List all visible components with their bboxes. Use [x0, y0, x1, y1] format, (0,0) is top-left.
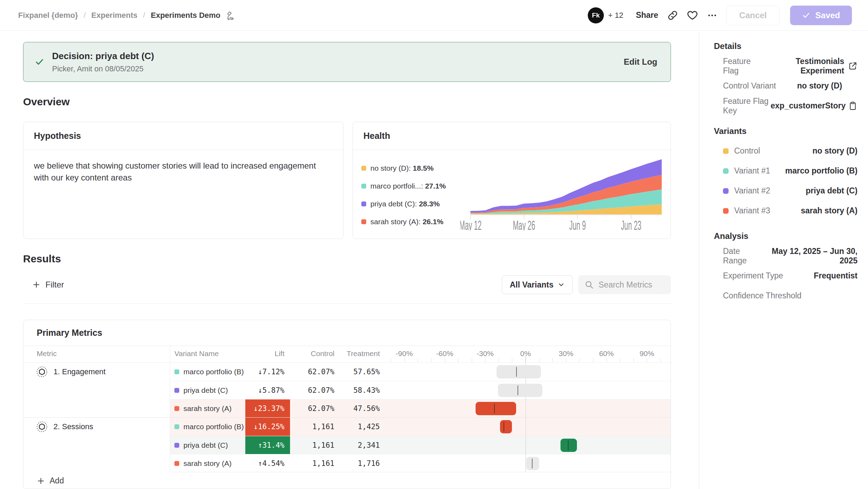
external-link-icon[interactable] [844, 61, 858, 71]
axis-minor-tick [458, 358, 458, 362]
metric-name: 1. Engagement [53, 366, 106, 378]
edit-log-button[interactable]: Edit Log [624, 57, 657, 67]
axis-minor-tick [552, 358, 553, 362]
primary-metrics-header: Primary Metrics [23, 320, 671, 346]
variant-swatch [174, 388, 179, 393]
sidebar-row-value: sarah story (A) [801, 206, 858, 215]
axis-minor-tick [593, 358, 593, 362]
sidebar-row-label: Experiment Type [723, 271, 783, 281]
axis-tick-label: 30% [559, 349, 573, 358]
legend-swatch [361, 184, 366, 189]
add-filter-button[interactable]: Filter [23, 280, 64, 290]
app: Fixpanel {demo} / Experiments / Experime… [0, 0, 868, 489]
axis-zero-tick [526, 356, 526, 362]
treatment-value: 47.56% [334, 404, 380, 413]
variant-swatch [723, 168, 729, 174]
variant-swatch [174, 461, 179, 466]
lift-value: ↓7.12% [245, 363, 290, 381]
mean-lift-marker [504, 422, 504, 432]
variant-row[interactable]: sarah story (A)↓23.37%62.07%47.56% [170, 399, 671, 417]
health-card-body: no story (D): 18.5%marco portfoli...: 27… [353, 150, 671, 234]
avatar[interactable]: Fk [588, 7, 604, 23]
breadcrumb-project[interactable]: Fixpanel {demo} [18, 11, 78, 20]
metric-cell[interactable]: 2. Sessions [23, 418, 170, 472]
breadcrumb-experiments[interactable]: Experiments [91, 11, 137, 20]
variants-dropdown[interactable]: All Variants [502, 275, 573, 294]
sidebar-row-label: Variant #1 [734, 166, 770, 176]
more-options-icon[interactable] [707, 10, 717, 21]
variant-name: marco portfolio (B) [183, 423, 244, 431]
sidebar-row-label: Feature Flag [723, 57, 762, 76]
sidebar-row: Feature FlagTestimonials Experiment [714, 56, 858, 76]
breadcrumb: Fixpanel {demo} / Experiments / Experime… [18, 11, 235, 20]
axis-minor-tick [445, 358, 445, 362]
axis-minor-tick [404, 358, 405, 362]
metric-name: 2. Sessions [53, 421, 93, 433]
axis-minor-tick [647, 358, 647, 362]
details-sidebar: DetailsFeature FlagTestimonials Experime… [699, 31, 868, 489]
overview-cards: Hypothesis we believe that showing custo… [23, 122, 671, 239]
lift-value: ↑4.54% [245, 454, 290, 472]
sidebar-row: Variant #2priya debt (C) [714, 181, 858, 201]
lift-value: ↓5.87% [245, 381, 290, 399]
search-metrics-input[interactable] [599, 280, 661, 290]
add-metric-button[interactable]: Add [37, 476, 64, 486]
variant-row[interactable]: priya debt (C)↓5.87%62.07%58.43% [170, 381, 671, 399]
confidence-interval-bar [500, 420, 512, 433]
hypothesis-card: Hypothesis we believe that showing custo… [23, 122, 343, 239]
confidence-interval-area [384, 381, 667, 399]
variant-cell: priya debt (C) [170, 441, 245, 449]
cancel-button[interactable]: Cancel [726, 6, 780, 25]
sidebar-row-label: Variant #3 [734, 206, 770, 215]
external-link-icon[interactable] [848, 61, 858, 71]
confidence-interval-bar [498, 384, 542, 397]
col-lift: Lift [245, 349, 290, 362]
sidebar-row: Confidence Threshold [714, 286, 858, 306]
clipboard-icon[interactable] [848, 101, 858, 111]
control-value: 1,161 [290, 423, 334, 431]
share-button[interactable]: Share [636, 10, 658, 20]
decision-banner: Decision: priya debt (C) Picker, Amit on… [23, 42, 671, 82]
health-legend-item: marco portfoli...: 27.1% [361, 182, 460, 190]
health-legend-item: priya debt (C): 28.3% [361, 200, 460, 208]
treatment-value: 1,716 [334, 459, 380, 468]
control-value: 1,161 [290, 441, 334, 449]
table-body: 1. Engagementmarco portfolio (B)↓7.12%62… [23, 362, 671, 472]
axis-minor-tick [472, 358, 472, 362]
variant-row[interactable]: marco portfolio (B)↓7.12%62.07%57.65% [170, 363, 671, 381]
variant-row[interactable]: sarah story (A)↑4.54%1,1611,716 [170, 454, 671, 472]
filter-label: Filter [45, 280, 64, 290]
variant-row[interactable]: priya debt (C)↑31.4%1,1612,341 [170, 436, 671, 454]
legend-swatch [361, 201, 366, 206]
add-metric-row: Add [23, 472, 671, 489]
variant-cell: marco portfolio (B) [170, 423, 245, 431]
axis-tick-label: -30% [477, 349, 494, 358]
saved-button[interactable]: Saved [790, 6, 852, 25]
clipboard-icon[interactable] [846, 101, 858, 111]
col-treatment: Treatment [334, 349, 380, 362]
sidebar-row-label: Feature Flag Key [723, 97, 771, 115]
link-icon[interactable] [667, 10, 678, 21]
topbar: Fixpanel {demo} / Experiments / Experime… [0, 0, 868, 31]
mean-lift-marker [568, 440, 569, 450]
axis-tick-label: 90% [639, 349, 654, 358]
control-value: 62.07% [290, 404, 334, 413]
sidebar-row-value: exp_customerStory [771, 101, 846, 111]
hypothesis-text: we believe that showing customer stories… [34, 160, 317, 184]
legend-label: sarah story (A): 26.1% [370, 218, 443, 226]
variant-row[interactable]: marco portfolio (B)↓16.25%1,1611,425 [170, 418, 671, 436]
axis-tick-label: -60% [436, 349, 453, 358]
metric-cell[interactable]: 1. Engagement [23, 363, 170, 417]
treatment-value: 2,341 [334, 441, 380, 449]
metric-group: 1. Engagementmarco portfolio (B)↓7.12%62… [23, 363, 671, 417]
sidebar-section-title: Variants [714, 126, 858, 136]
collaborator-count[interactable]: + 12 [608, 11, 623, 20]
axis-minor-tick [431, 358, 432, 362]
sidebar-row: Controlno story (D) [714, 141, 858, 161]
legend-label: priya debt (C): 28.3% [370, 200, 440, 208]
hypothesis-card-body: we believe that showing customer stories… [23, 150, 343, 193]
heart-icon[interactable] [687, 10, 698, 21]
axis-minor-tick [499, 358, 499, 362]
search-metrics-box [578, 275, 671, 294]
health-legend-item: no story (D): 18.5% [361, 164, 460, 172]
